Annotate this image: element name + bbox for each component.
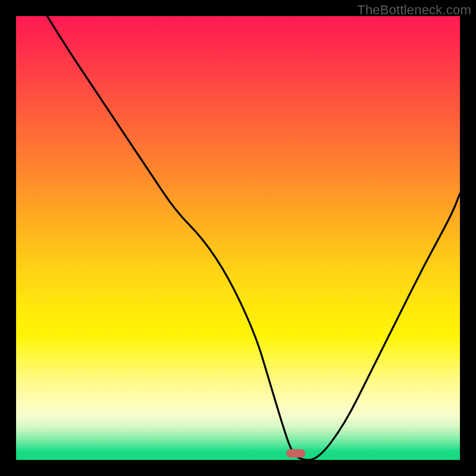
bottleneck-curve-line: [47, 16, 460, 460]
optimal-point-marker: [286, 449, 305, 458]
chart-frame: TheBottleneck.com: [0, 0, 476, 476]
watermark-text: TheBottleneck.com: [357, 2, 471, 18]
chart-plot-area: [16, 16, 460, 460]
bottleneck-curve-svg: [16, 16, 460, 460]
